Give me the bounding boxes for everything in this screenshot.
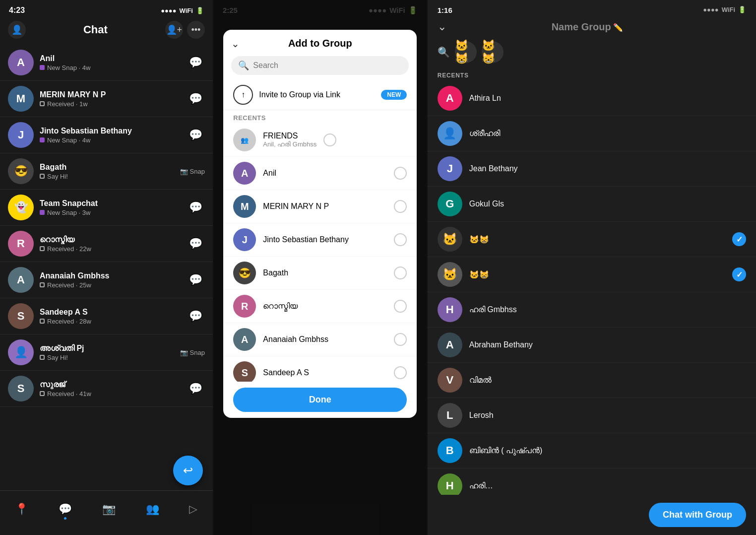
p3-item-abraham[interactable]: A Abraham Bethany <box>428 328 756 363</box>
chat-item-sandeep[interactable]: S Sandeep A S Received · 28w 💬 <box>0 298 213 334</box>
status-bar-panel3: 1:16 ●●●● WiFi 🔋 <box>428 0 756 16</box>
snap-action-ashwathi[interactable]: 📷 Snap <box>180 349 205 356</box>
p3-item-emoji1[interactable]: 🐱 🐱😸 ✓ <box>428 222 756 257</box>
radio-ananaiah[interactable] <box>394 333 407 346</box>
modal-back-button[interactable]: ⌄ <box>231 38 240 50</box>
avatar-header[interactable]: 👤 <box>8 21 26 39</box>
avatar-modal-anil: A <box>233 162 256 185</box>
chat-item-jinto[interactable]: J Jinto Sebastian Bethany New Snap · 4w … <box>0 117 213 153</box>
p3-item-sreehari[interactable]: 👤 ശ്രീഹരി <box>428 116 756 151</box>
chat-action-anil[interactable]: 💬 <box>187 56 205 69</box>
modal-item-friends[interactable]: 👥 FRIENDS Anil, ഹരി Gmbhss <box>223 124 417 157</box>
radio-merin[interactable] <box>394 200 407 213</box>
avatar-modal-sandeep: S <box>233 361 256 382</box>
chat-action-merin[interactable]: 💬 <box>187 92 205 105</box>
chat-action-jinto[interactable]: 💬 <box>187 129 205 141</box>
chat-status-ashwathi: Say Hi! <box>47 354 68 361</box>
modal-header: ⌄ Add to Group <box>223 30 417 53</box>
dot-bagath <box>40 174 45 179</box>
wifi-icon: WiFi <box>180 7 193 14</box>
emoji-cat1[interactable]: 🐱😸 <box>455 41 477 63</box>
chat-item-snapchat[interactable]: 👻 Team Snapchat New Snap · 3w 💬 <box>0 190 213 226</box>
nav-stories[interactable]: ▷ <box>189 503 197 516</box>
add-friend-button[interactable]: 👤+ <box>165 21 183 39</box>
p3-name-hari2: ഹരി… <box>469 481 746 490</box>
chat-action-rosmiya[interactable]: 💬 <box>187 237 205 250</box>
more-options-button[interactable]: ••• <box>187 21 205 39</box>
chat-item-rosmiya[interactable]: R റൊസ്മിയ Received · 22w 💬 <box>0 226 213 262</box>
chat-item-anil[interactable]: A Anil New Snap · 4w 💬 <box>0 45 213 81</box>
p3-avatar-lerosh: L <box>438 403 462 428</box>
modal-item-ananaiah[interactable]: A Ananaiah Gmbhss <box>223 323 417 356</box>
chat-name-snapchat: Team Snapchat <box>40 199 187 208</box>
chat-name-suraj: സുരജ് <box>40 380 187 389</box>
p3-item-jean[interactable]: J Jean Bethany <box>428 151 756 187</box>
nav-map[interactable]: 📍 <box>15 503 28 516</box>
chat-item-ananaiah[interactable]: A Ananaiah Gmbhss Received · 25w 💬 <box>0 262 213 298</box>
p3-search-icon[interactable]: 🔍 <box>438 46 450 58</box>
radio-rosmiya[interactable] <box>394 300 407 313</box>
nav-camera[interactable]: 📷 <box>102 503 116 516</box>
modal-item-name-rosmiya: റൊസ്മിയ <box>263 302 387 311</box>
modal-item-rosmiya[interactable]: R റൊസ്മിയ <box>223 290 417 323</box>
radio-friends[interactable] <box>323 134 336 146</box>
recents-label: Recents <box>223 110 417 124</box>
chat-with-group-button[interactable]: Chat with Group <box>649 503 746 527</box>
radio-jinto[interactable] <box>394 233 407 246</box>
p3-item-vimal[interactable]: V വിമൽ <box>428 363 756 398</box>
modal-item-anil[interactable]: A Anil <box>223 157 417 190</box>
radio-anil[interactable] <box>394 167 407 180</box>
time-panel3: 1:16 <box>438 6 452 14</box>
chat-item-suraj[interactable]: S സുരജ് Received · 41w 💬 <box>0 371 213 407</box>
search-input[interactable] <box>253 61 402 70</box>
p3-item-gokul[interactable]: G Gokul Gls <box>428 187 756 222</box>
radio-sandeep[interactable] <box>394 366 407 379</box>
p3-item-lerosh[interactable]: L Lerosh <box>428 398 756 433</box>
p3-name-emoji1: 🐱😸 <box>469 235 725 244</box>
avatar-modal-rosmiya: R <box>233 295 256 318</box>
p3-avatar-emoji2: 🐱 <box>438 262 462 287</box>
nav-friends[interactable]: 👥 <box>146 503 159 516</box>
chat-sub-bagath: Say Hi! <box>40 173 180 180</box>
chat-name-ananaiah: Ananaiah Gmbhss <box>40 271 187 280</box>
p3-item-hari2[interactable]: H ഹരി… <box>428 468 756 495</box>
p3-back-button[interactable]: ⌄ <box>438 20 446 33</box>
modal-item-bagath[interactable]: 😎 Bagath <box>223 257 417 290</box>
avatar-modal-ananaiah: A <box>233 328 256 351</box>
nav-chat[interactable]: 💬 <box>59 503 72 516</box>
invite-row[interactable]: ↑ Invite to Group via Link NEW <box>223 80 417 110</box>
compose-fab[interactable]: ↩ <box>173 456 203 485</box>
snap-action-bagath[interactable]: 📷 Snap <box>180 168 205 175</box>
chat-action-sandeep[interactable]: 💬 <box>187 310 205 323</box>
chat-sub-ashwathi: Say Hi! <box>40 354 180 361</box>
modal-item-jinto[interactable]: J Jinto Sebastian Bethany <box>223 223 417 257</box>
chat-sub-ananaiah: Received · 25w <box>40 281 187 289</box>
chat-item-merin[interactable]: M MERIN MARY N P Received · 1w 💬 <box>0 81 213 117</box>
chat-info-merin: MERIN MARY N P Received · 1w <box>34 90 187 108</box>
avatar-merin: M <box>8 86 34 112</box>
modal-item-merin[interactable]: M MERIN MARY N P <box>223 190 417 223</box>
chat-sub-sandeep: Received · 28w <box>40 318 187 325</box>
p3-name-gokul: Gokul Gls <box>469 200 746 208</box>
chat-item-bagath[interactable]: 😎 Bagath Say Hi! 📷 Snap <box>0 153 213 190</box>
p3-item-emoji2[interactable]: 🐱 🐱😸 ✓ <box>428 257 756 292</box>
modal-item-sandeep[interactable]: S Sandeep A S <box>223 356 417 382</box>
done-button[interactable]: Done <box>233 388 407 412</box>
chat-status-sandeep: Received · 28w <box>47 318 91 325</box>
chat-info-suraj: സുരജ് Received · 41w <box>34 380 187 398</box>
p3-edit-icon[interactable]: ✏️ <box>613 23 623 32</box>
radio-bagath[interactable] <box>394 267 407 279</box>
chat-action-snapchat[interactable]: 💬 <box>187 201 205 214</box>
p3-item-athira[interactable]: A Athira Ln <box>428 81 756 116</box>
p3-item-bibin[interactable]: B ബിബിൻ ( പുഷ്പൻ) <box>428 433 756 468</box>
chat-action-ananaiah[interactable]: 💬 <box>187 273 205 286</box>
camera-icon: 📷 <box>180 168 188 175</box>
emoji-cat2[interactable]: 🐱😸 <box>482 41 504 63</box>
chat-header: 👤 Chat 👤+ ••• <box>0 17 213 45</box>
p3-item-hari[interactable]: H ഹരി Gmbhss <box>428 292 756 328</box>
add-to-group-sheet: ⌄ Add to Group 🔍 ↑ Invite to Group via L… <box>223 30 417 418</box>
chat-item-ashwathi[interactable]: 👤 അശ്വതി Pj Say Hi! 📷 Snap <box>0 334 213 371</box>
add-to-group-panel: 2:25 ●●●● WiFi 🔋 ⌄ Add to Group 🔍 ↑ <box>214 0 427 535</box>
chat-info-ashwathi: അശ്വതി Pj Say Hi! <box>34 344 180 361</box>
chat-action-suraj[interactable]: 💬 <box>187 382 205 395</box>
